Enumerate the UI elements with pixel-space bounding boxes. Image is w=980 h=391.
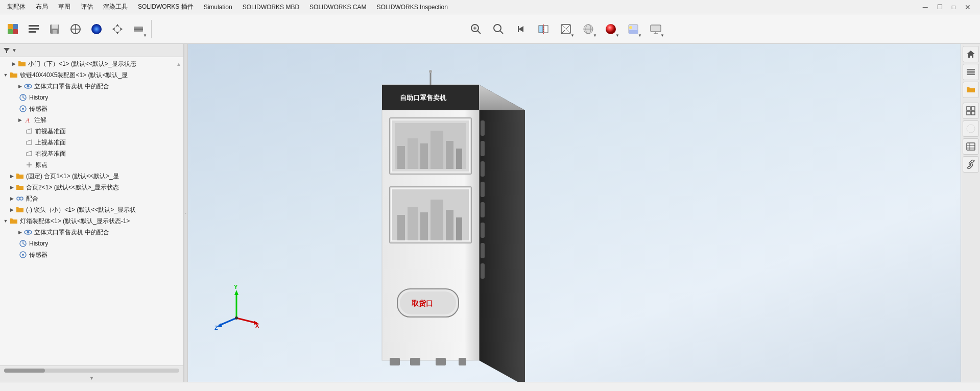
tree-item-top-plane[interactable]: 上视基准面 bbox=[0, 137, 183, 148]
svg-text:A: A bbox=[25, 116, 30, 124]
tree-label-hinge1: (固定) 合页1<1> (默认<<默认>_显 bbox=[26, 172, 119, 181]
toolbar-smart-dimension[interactable] bbox=[66, 19, 85, 39]
filter-button[interactable]: ▼ bbox=[3, 47, 17, 54]
toolbar-display-screen[interactable]: ▼ bbox=[646, 19, 665, 39]
toolbar-save[interactable] bbox=[45, 19, 64, 39]
tree-item-history1[interactable]: History bbox=[0, 92, 183, 103]
tree-item-history2[interactable]: History bbox=[0, 238, 183, 249]
tree-label-front-plane: 前视基准面 bbox=[35, 127, 66, 136]
annotation-icon: A bbox=[23, 115, 33, 125]
folder-icon-lock bbox=[15, 205, 25, 214]
tree-label-hinge2: 合页2<1> (默认<<默认>_显示状态 bbox=[26, 183, 119, 192]
feature-tree: ▶ 小门（下）<1> (默认<<默认>_显示状态 ▲ ▼ 铰链40X40X5装配… bbox=[0, 57, 183, 365]
menu-item-sw-mbd[interactable]: SOLIDWORKS MBD bbox=[237, 2, 304, 12]
menu-item-sw-cam[interactable]: SOLIDWORKS CAM bbox=[304, 2, 371, 12]
tree-item-mates[interactable]: ▶ 配合 bbox=[0, 193, 183, 204]
folder-icon-hinge2 bbox=[15, 183, 25, 192]
rp-btn-folder[interactable] bbox=[963, 82, 979, 98]
rp-btn-grid[interactable] bbox=[963, 103, 979, 119]
menu-item-sketch[interactable]: 草图 bbox=[53, 1, 76, 13]
tree-label-lock: (-) 锁头（小）<1> (默认<<默认>_显示状 bbox=[26, 206, 136, 214]
toolbar-display-style[interactable]: ▼ bbox=[579, 19, 598, 39]
svg-point-65 bbox=[429, 70, 432, 73]
tree-item-annotation[interactable]: ▶ A 注解 bbox=[0, 114, 183, 126]
svg-rect-96 bbox=[481, 202, 485, 217]
tree-item-origin[interactable]: 原点 bbox=[0, 159, 183, 170]
window-minimize[interactable]: ─ bbox=[920, 2, 931, 12]
rp-btn-color-wheel[interactable] bbox=[963, 120, 979, 137]
horizontal-scrollbar[interactable] bbox=[4, 369, 179, 373]
tree-item-mating1[interactable]: ▶ 立体式口罩售卖机 中的配合 bbox=[0, 81, 183, 92]
tree-label-xiaomen: 小门（下）<1> (默认<<默认>_显示状态 bbox=[28, 60, 136, 68]
rp-btn-home[interactable] bbox=[963, 46, 979, 62]
toolbar-view-appearance[interactable]: ▼ bbox=[601, 19, 620, 39]
resize-handle[interactable]: ··· bbox=[184, 44, 188, 382]
history-icon1 bbox=[18, 93, 28, 102]
tree-toggle-xiaomen[interactable]: ▶ bbox=[10, 60, 17, 67]
tree-label-right-plane: 右视基准面 bbox=[35, 150, 66, 158]
svg-rect-34 bbox=[629, 30, 638, 34]
tree-item-front-plane[interactable]: 前视基准面 bbox=[0, 126, 183, 137]
svg-rect-79 bbox=[397, 215, 405, 240]
toolbar-view-orientation[interactable]: ▼ bbox=[556, 19, 576, 39]
toolbar-previous-view[interactable] bbox=[511, 19, 531, 39]
tree-item-sensor2[interactable]: 传感器 bbox=[0, 249, 183, 260]
toolbar-view-section[interactable]: ▼ bbox=[129, 19, 148, 39]
menu-item-render[interactable]: 渲染工具 bbox=[98, 1, 133, 13]
tree-item-hinge[interactable]: ▼ 铰链40X40X5装配图<1> (默认<默认_显 bbox=[0, 69, 183, 81]
origin-icon bbox=[25, 160, 34, 169]
tree-item-sensor1[interactable]: 传感器 bbox=[0, 103, 183, 114]
menu-item-assembly[interactable]: 装配体 bbox=[2, 1, 31, 13]
svg-point-22 bbox=[494, 25, 501, 32]
window-close[interactable]: ✕ bbox=[962, 2, 974, 12]
toolbar-zoom-to-selection[interactable] bbox=[489, 19, 508, 39]
tree-item-right-plane[interactable]: 右视基准面 bbox=[0, 148, 183, 159]
menu-item-sw-inspection[interactable]: SOLIDWORKS Inspection bbox=[371, 2, 452, 12]
svg-line-19 bbox=[477, 31, 481, 34]
svg-rect-98 bbox=[481, 243, 485, 258]
history-icon2 bbox=[18, 239, 28, 248]
tree-item-xiaomen[interactable]: ▶ 小门（下）<1> (默认<<默认>_显示状态 ▲ bbox=[0, 58, 183, 69]
tree-item-lightbox[interactable]: ▼ 灯箱装配体<1> (默认<默认_显示状态-1> bbox=[0, 215, 183, 227]
toolbar-section-view[interactable] bbox=[534, 19, 553, 39]
tree-label-mating1: 立体式口罩售卖机 中的配合 bbox=[34, 82, 109, 91]
tree-item-mating2[interactable]: ▶ 立体式口罩售卖机 中的配合 bbox=[0, 227, 183, 238]
svg-text:Z: Z bbox=[214, 325, 218, 331]
toolbar-properties[interactable] bbox=[24, 19, 43, 39]
window-restore[interactable]: ❐ bbox=[934, 3, 946, 12]
svg-marker-46 bbox=[27, 129, 32, 133]
toolbar-move[interactable] bbox=[108, 19, 127, 39]
scroll-down-indicator[interactable]: ▼ bbox=[89, 376, 94, 381]
eye-icon-mating2 bbox=[23, 228, 33, 237]
toolbar-appearance[interactable] bbox=[87, 19, 106, 39]
svg-rect-9 bbox=[53, 30, 57, 34]
svg-rect-4 bbox=[29, 25, 39, 27]
toolbar-scenes[interactable]: ▼ bbox=[624, 19, 643, 39]
tree-item-lock[interactable]: ▶ (-) 锁头（小）<1> (默认<<默认>_显示状 bbox=[0, 204, 183, 215]
folder-icon-hinge1 bbox=[15, 172, 25, 181]
svg-point-51 bbox=[17, 197, 20, 200]
svg-point-35 bbox=[629, 26, 632, 29]
menu-item-layout[interactable]: 布局 bbox=[31, 1, 53, 13]
svg-rect-120 bbox=[967, 143, 975, 150]
svg-marker-101 bbox=[234, 290, 238, 295]
svg-marker-14 bbox=[115, 24, 119, 34]
menu-item-simulation[interactable]: Simulation bbox=[199, 2, 237, 12]
rp-btn-layers[interactable] bbox=[963, 64, 979, 80]
svg-text:自助口罩售卖机: 自助口罩售卖机 bbox=[400, 94, 447, 102]
tree-label-sensor2: 传感器 bbox=[29, 251, 47, 259]
menu-item-evaluate[interactable]: 评估 bbox=[76, 1, 98, 13]
svg-rect-8 bbox=[52, 25, 58, 29]
tree-item-hinge2[interactable]: ▶ 合页2<1> (默认<<默认>_显示状态 bbox=[0, 182, 183, 193]
tree-item-hinge1[interactable]: ▶ (固定) 合页1<1> (默认<<默认>_显 bbox=[0, 170, 183, 182]
svg-rect-112 bbox=[967, 71, 975, 73]
toolbar-new-assembly[interactable] bbox=[3, 19, 22, 39]
window-maximize[interactable]: □ bbox=[949, 3, 959, 12]
menu-item-sw-plugins[interactable]: SOLIDWORKS 插件 bbox=[133, 1, 199, 13]
svg-text:X: X bbox=[255, 323, 259, 329]
svg-rect-88 bbox=[390, 358, 400, 365]
toolbar-zoom-to-fit[interactable] bbox=[466, 19, 486, 39]
svg-rect-2 bbox=[8, 29, 13, 34]
rp-btn-table[interactable] bbox=[963, 138, 979, 155]
rp-btn-link[interactable] bbox=[963, 156, 979, 173]
